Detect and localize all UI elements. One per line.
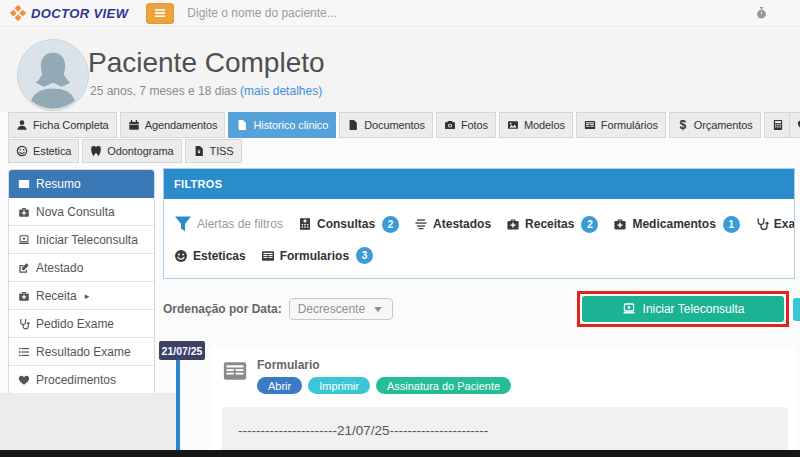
patient-search-input[interactable] [187,6,417,20]
dollar-icon: $ [677,119,689,131]
timeline-entry-card: Formulario AbrirImprimirAssinatura do Pa… [211,347,795,457]
count-badge: 3 [356,247,373,264]
laptop-icon [622,302,636,316]
filter-receitas[interactable]: Receitas2 [506,216,598,233]
sidebar-item-nova-consulta[interactable]: Nova Consulta [9,198,154,226]
brand-logo: DOCTOR VIEW [10,5,128,21]
sidebar-item-label: Atestado [36,261,83,275]
tab-documentos[interactable]: Documentos [339,112,433,138]
teleconsulta-button-label: Iniciar Teleconsulta [643,302,745,316]
sidebar-item-procedimentos[interactable]: Procedimentos [9,366,154,394]
form-card-icon [18,178,30,190]
brand-name: DOCTOR VIEW [31,6,128,21]
smiley-filled-icon [174,249,188,263]
tab-modelos[interactable]: Modelos [499,112,573,138]
sidebar-item-pedido-exame[interactable]: Pedido Exame [9,310,154,338]
filters-panel: FILTROS Alertas de filtrosConsultas2Ates… [163,168,795,279]
sidebar-item-label: Pedido Exame [36,317,114,331]
sidebar-item-receita[interactable]: Receita▸ [9,282,154,310]
sidebar-item-label: Iniciar Teleconsulta [36,233,138,247]
hospital-icon [298,217,312,231]
smiley-icon [16,145,28,157]
tab-odontograma[interactable]: Odontograma [82,139,181,163]
tab-label: Historico clinico [253,119,328,131]
file-icon [347,119,359,131]
filter-medicamentos[interactable]: Medicamentos1 [613,216,739,233]
tab-fotos[interactable]: Fotos [436,112,496,138]
filter-label: Receitas [525,217,574,231]
tab-agendamentos[interactable]: Agendamentos [120,112,226,138]
submenu-caret-icon: ▸ [85,291,90,301]
filter-formularios[interactable]: Formularios3 [261,247,373,264]
file-icon [236,119,248,131]
filters-panel-header: FILTROS [164,169,794,199]
calculator-icon [772,119,784,131]
patient-name: Paciente Completo [88,47,325,79]
action-imprimir[interactable]: Imprimir [308,377,370,394]
filter-label: Alertas de filtros [197,217,283,231]
sort-label: Ordenação por Data: [163,302,282,316]
tab-label: Documentos [364,119,425,131]
medical-bag-icon [18,290,30,302]
filters-row-2: EsteticasFormularios3 [174,247,784,264]
camera-icon [444,119,456,131]
filter-exames[interactable]: Exames [755,217,795,231]
stopwatch-icon[interactable] [755,6,768,20]
tab-label: Ficha Completa [33,119,109,131]
timeline-line [176,360,180,451]
patient-age: 25 anos, 7 meses e 18 dias [90,84,237,98]
sort-order-select[interactable]: Decrescente [289,298,393,320]
filter-label: Atestados [433,217,491,231]
avatar[interactable] [17,39,89,111]
chevron-down-icon [374,307,382,312]
sidebar-item-label: Nova Consulta [36,205,115,219]
tab-label: Agendamentos [145,119,218,131]
patient-subtitle: 25 anos, 7 meses e 18 dias (mais detalhe… [90,84,322,98]
action-assinatura-do-paciente[interactable]: Assinatura do Paciente [376,377,511,394]
bottom-screen-edge [0,450,800,457]
funnel-icon [174,215,192,233]
filter-alertas-de-filtros[interactable]: Alertas de filtros [174,215,283,233]
count-badge: 2 [382,216,399,233]
filter-label: Consultas [317,217,375,231]
heart-icon [18,374,30,386]
tab-orcamentos[interactable]: $Orçamentos [669,112,761,138]
medical-bag-icon [18,206,30,218]
form-card-icon [261,249,275,263]
more-details-link[interactable]: (mais detalhes) [240,84,322,98]
tabs-row-2: EsteticaOdontogramaTISS [8,139,242,163]
sidebar-item-resumo[interactable]: Resumo [9,170,154,198]
topbar: DOCTOR VIEW [0,0,800,27]
filter-consultas[interactable]: Consultas2 [298,216,399,233]
tab-ficha-completa[interactable]: Ficha Completa [8,112,117,138]
tab-estetica[interactable]: Estetica [8,139,79,163]
sidebar-item-label: Resultado Exame [36,345,131,359]
sidebar-item-resultado-exame[interactable]: Resultado Exame [9,338,154,366]
filter-label: Formularios [280,249,349,263]
filter-esteticas[interactable]: Esteticas [174,249,246,263]
sidebar: ResumoNova ConsultaIniciar TeleconsultaA… [8,169,155,395]
tab-label: Odontograma [107,145,173,157]
tab-heart[interactable] [789,112,800,138]
patient-header: Paciente Completo 25 anos, 7 meses e 18 … [0,28,800,112]
tab-tiss[interactable]: TISS [185,139,242,163]
tab-label: Estetica [33,145,71,157]
form-icon [222,358,248,384]
clipped-edge-button[interactable] [793,298,800,321]
female-avatar-icon [18,40,88,110]
filter-atestados[interactable]: Atestados [414,217,491,231]
tab-formularios[interactable]: Formulários [576,112,666,138]
tab-historico-clinico[interactable]: Historico clinico [228,112,336,138]
menu-button[interactable] [146,3,174,24]
sidebar-item-atestado[interactable]: Atestado [9,254,154,282]
action-abrir[interactable]: Abrir [257,377,302,394]
filters-body: Alertas de filtrosConsultas2AtestadosRec… [164,199,794,278]
tooth-icon [90,145,102,157]
timeline-date-badge: 21/07/25 [159,341,205,360]
iniciar-teleconsulta-button[interactable]: Iniciar Teleconsulta [582,296,784,322]
edit-pencil-icon [18,262,30,274]
file-badge-icon [193,145,205,157]
sidebar-item-iniciar-teleconsulta[interactable]: Iniciar Teleconsulta [9,226,154,254]
medical-bag-icon [506,217,520,231]
filters-row-1: Alertas de filtrosConsultas2AtestadosRec… [174,215,784,233]
